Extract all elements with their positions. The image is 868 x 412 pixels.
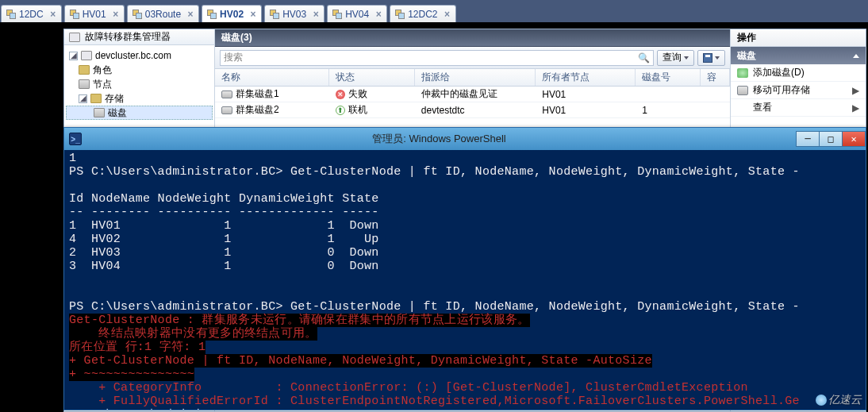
search-icon[interactable]: 🔍 (638, 52, 650, 64)
folder-icon (79, 65, 90, 75)
action-view[interactable]: 查看 ▶ (731, 99, 866, 117)
tree-label: 磁盘 (108, 106, 127, 120)
cell: HV01 (542, 105, 566, 116)
tree-label: 角色 (93, 64, 112, 77)
close-icon[interactable]: × (248, 10, 258, 19)
cell: HV01 (542, 89, 566, 100)
collapse-icon[interactable]: ◢ (79, 94, 87, 103)
action-label: 查看 (753, 101, 772, 114)
tab-03route[interactable]: 03Route× (127, 5, 199, 22)
tab-label: HV03 (282, 9, 306, 20)
col-owner[interactable]: 所有者节点 (536, 69, 636, 86)
table-header: 名称 状态 指派给 所有者节点 磁盘号 容 (215, 69, 730, 87)
maximize-button[interactable]: □ (819, 131, 843, 147)
server-icon (70, 10, 79, 19)
action-add-disk[interactable]: 添加磁盘(D) (731, 64, 866, 82)
move-storage-icon (737, 86, 748, 95)
cell: 仲裁中的磁盘见证 (421, 87, 497, 101)
tree-node-disks[interactable]: 磁盘 (66, 106, 213, 120)
content-toolbar: 搜索 🔍 查询 (215, 47, 730, 69)
action-move-storage[interactable]: 移动可用存储 ▶ (731, 82, 866, 99)
tab-12dc[interactable]: 12DC× (1, 5, 62, 22)
powershell-titlebar[interactable]: >_ 管理员: Windows PowerShell ─ □ ✕ (64, 128, 866, 150)
tab-label: HV01 (83, 9, 106, 20)
window-title: 管理员: Windows PowerShell (82, 132, 797, 146)
tree-node-cluster[interactable]: ◢ devcluster.bc.com (66, 48, 213, 63)
server-icon (332, 10, 342, 19)
disk-icon (94, 108, 105, 117)
content-title-label: 磁盘(3) (221, 31, 252, 44)
tab-label: 03Route (145, 9, 181, 20)
tree: ◢ devcluster.bc.com 角色 节点 ◢ 存储 磁盘 (64, 45, 214, 123)
tab-hv04[interactable]: HV04× (327, 5, 387, 22)
status-ok-icon: ⬆ (336, 106, 345, 115)
col-capacity[interactable]: 容 (701, 69, 730, 86)
cluster-manager-icon (69, 33, 80, 42)
col-assigned[interactable]: 指派给 (415, 69, 536, 86)
close-icon[interactable]: × (374, 10, 383, 19)
actions-title: 操作 (731, 29, 866, 47)
query-label: 查询 (663, 51, 682, 64)
col-disknum[interactable]: 磁盘号 (636, 69, 701, 86)
close-button[interactable]: ✕ (842, 131, 866, 147)
chevron-right-icon: ▶ (852, 85, 859, 96)
folder-icon (90, 94, 102, 103)
save-button[interactable] (697, 50, 725, 66)
table-row[interactable]: 群集磁盘1 ✕失败 仲裁中的磁盘见证 HV01 (215, 87, 730, 102)
close-icon[interactable]: × (48, 10, 58, 19)
close-icon[interactable]: × (443, 10, 452, 19)
minimize-button[interactable]: ─ (796, 131, 820, 147)
collapse-icon[interactable]: ◢ (69, 52, 78, 60)
server-icon (133, 10, 142, 19)
tree-node-storage[interactable]: ◢ 存储 (66, 91, 213, 106)
nodes-icon (79, 79, 90, 89)
cell: devtestdtc (421, 105, 465, 116)
powershell-icon: >_ (69, 133, 82, 145)
actions-section[interactable]: 磁盘 (731, 47, 866, 64)
query-button[interactable]: 查询 (657, 50, 694, 66)
disk-icon (221, 106, 232, 114)
disk-icon (221, 90, 232, 98)
tree-node-nodes[interactable]: 节点 (66, 77, 213, 91)
status-fail-icon: ✕ (336, 90, 345, 99)
server-icon (207, 10, 217, 19)
col-name[interactable]: 名称 (215, 69, 329, 86)
server-icon (6, 10, 16, 19)
actions-section-label: 磁盘 (737, 49, 756, 63)
cell: 群集磁盘2 (236, 103, 279, 117)
search-placeholder: 搜索 (224, 51, 243, 64)
tab-hv02[interactable]: HV02× (202, 5, 262, 22)
col-status[interactable]: 状态 (329, 69, 415, 86)
cell: 群集磁盘1 (236, 87, 279, 101)
content-title: 磁盘(3) (215, 29, 730, 47)
cell: 失败 (348, 87, 367, 101)
tree-node-roles[interactable]: 角色 (66, 63, 213, 77)
server-icon (395, 10, 405, 19)
cell: 联机 (348, 103, 367, 117)
powershell-console[interactable]: 1 PS C:\Users\administrator.BC> Get-Clus… (64, 150, 866, 410)
tab-label: 12DC2 (408, 9, 437, 20)
chevron-down-icon (684, 56, 689, 60)
close-icon[interactable]: × (186, 10, 195, 19)
close-icon[interactable]: × (111, 10, 121, 19)
chevron-up-icon (853, 54, 859, 58)
blank-icon (737, 103, 748, 113)
cell (701, 87, 730, 102)
add-disk-icon (737, 68, 748, 78)
tab-hv03[interactable]: HV03× (264, 5, 325, 22)
server-icon (270, 10, 279, 19)
tab-12dc2[interactable]: 12DC2× (390, 5, 455, 22)
chevron-down-icon (715, 56, 720, 60)
tab-label: 12DC (19, 9, 44, 20)
tree-title-label: 故障转移群集管理器 (85, 30, 171, 44)
close-icon[interactable]: × (311, 10, 321, 19)
save-icon (703, 53, 712, 63)
tab-hv01[interactable]: HV01× (64, 5, 125, 22)
cluster-icon (81, 51, 92, 60)
cell: 1 (642, 105, 647, 116)
search-input[interactable]: 搜索 🔍 (220, 50, 654, 66)
window-buttons: ─ □ ✕ (797, 131, 866, 147)
tab-strip: 12DC× HV01× 03Route× HV02× HV03× HV04× 1… (0, 0, 868, 22)
action-label: 添加磁盘(D) (753, 66, 805, 79)
table-row[interactable]: 群集磁盘2 ⬆联机 devtestdtc HV01 1 (215, 102, 730, 118)
